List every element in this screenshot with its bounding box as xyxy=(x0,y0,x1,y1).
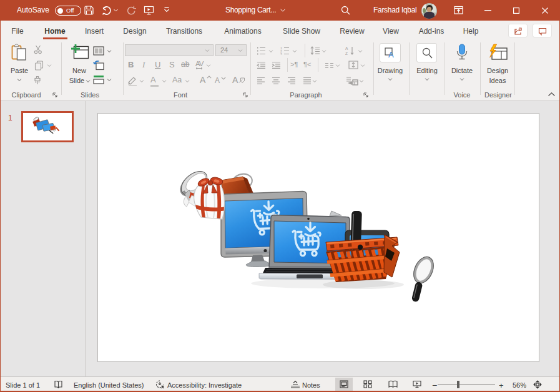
svg-text:Z: Z xyxy=(345,51,348,56)
svg-text:A: A xyxy=(345,46,348,51)
svg-text:3: 3 xyxy=(280,52,282,56)
svg-text:A: A xyxy=(388,50,394,59)
